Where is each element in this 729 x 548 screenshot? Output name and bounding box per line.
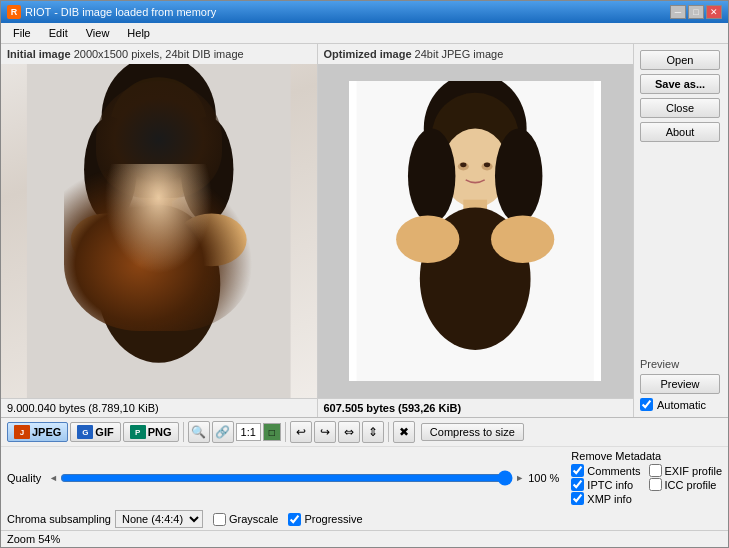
open-button[interactable]: Open [640, 50, 720, 70]
initial-file-size: 9.000.040 bytes (8.789,10 KiB) [7, 402, 159, 414]
svg-point-5 [181, 117, 234, 222]
svg-point-22 [396, 215, 459, 262]
png-format-button[interactable]: P PNG [123, 422, 179, 442]
iptc-checkbox[interactable] [571, 478, 584, 491]
svg-point-8 [71, 213, 141, 266]
progressive-label: Progressive [304, 513, 362, 525]
jpeg-icon: J [14, 425, 30, 439]
metadata-grid: Comments EXIF profile IPTC info ICC prof… [571, 464, 722, 505]
svg-point-7 [97, 205, 220, 363]
iptc-row: IPTC info [571, 478, 640, 491]
flip-v-button[interactable]: ⇕ [362, 421, 384, 443]
comments-checkbox[interactable] [571, 464, 584, 477]
xmp-row: XMP info [571, 492, 640, 505]
grayscale-label: Grayscale [229, 513, 279, 525]
menu-help[interactable]: Help [119, 25, 158, 41]
chroma-row: Chroma subsampling None (4:4:4) 2x1 (4:2… [7, 510, 203, 528]
sep1 [183, 422, 184, 442]
optimized-panel-header: Optimized image 24bit JPEG image [318, 44, 634, 64]
svg-point-19 [495, 128, 542, 223]
title-buttons: ─ □ ✕ [670, 5, 722, 19]
preview-section-label: Preview [640, 358, 722, 370]
optimized-panel-label: Optimized image [324, 48, 412, 60]
grayscale-row: Grayscale [213, 513, 279, 526]
svg-point-13 [168, 155, 175, 160]
optimized-file-size: 607.505 bytes (593,26 KiB) [324, 402, 462, 414]
about-button[interactable]: About [640, 122, 720, 142]
toolbar-row3: Chroma subsampling None (4:4:4) 2x1 (4:2… [1, 508, 728, 530]
metadata-section: Remove Metadata Comments EXIF profile IP… [571, 450, 722, 505]
iptc-label: IPTC info [587, 479, 633, 491]
optimized-panel-info: 24bit JPEG image [415, 48, 504, 60]
xmp-checkbox[interactable] [571, 492, 584, 505]
title-bar: R RIOT - DIB image loaded from memory ─ … [1, 1, 728, 23]
optimized-panel: Optimized image 24bit JPEG image [318, 44, 634, 417]
optimized-image-display [318, 64, 634, 398]
undo-button[interactable]: ↩ [290, 421, 312, 443]
app-icon: R [7, 5, 21, 19]
transform-button[interactable]: ✖ [393, 421, 415, 443]
png-label: PNG [148, 426, 172, 438]
sep2 [285, 422, 286, 442]
redo-button[interactable]: ↪ [314, 421, 336, 443]
preview-section: Preview Preview Automatic [640, 358, 722, 411]
svg-point-27 [484, 162, 490, 167]
comments-label: Comments [587, 465, 640, 477]
svg-rect-6 [146, 196, 172, 222]
exif-checkbox[interactable] [649, 464, 662, 477]
quality-increase[interactable]: ► [515, 473, 524, 483]
svg-point-1 [102, 64, 216, 178]
xmp-label: XMP info [587, 493, 631, 505]
zoom-level: 1:1 [241, 426, 256, 438]
svg-point-12 [142, 155, 149, 160]
menu-view[interactable]: View [78, 25, 118, 41]
panels-container: Initial image 2000x1500 pixels, 24bit DI… [1, 44, 633, 417]
optimized-svg [349, 81, 601, 382]
slider-container: ◄ ► [49, 471, 524, 485]
icc-checkbox[interactable] [649, 478, 662, 491]
menu-edit[interactable]: Edit [41, 25, 76, 41]
quality-value: 100 % [528, 472, 559, 484]
flip-h-button[interactable]: ⇔ [338, 421, 360, 443]
progressive-checkbox[interactable] [288, 513, 301, 526]
zoom-fit-button[interactable]: 🔍 [188, 421, 210, 443]
toolbar-row1: J JPEG G GIF P PNG 🔍 🔗 1:1 □ ↩ ↪ ⇔ ⇕ [1, 418, 728, 447]
menu-bar: File Edit View Help [1, 23, 728, 44]
quality-slider[interactable] [60, 471, 513, 485]
zoom-display: 1:1 [236, 423, 261, 441]
comments-row: Comments [571, 464, 640, 477]
svg-point-11 [166, 155, 178, 164]
compress-to-size-button[interactable]: Compress to size [421, 423, 524, 441]
automatic-checkbox[interactable] [640, 398, 653, 411]
color-box[interactable]: □ [263, 423, 281, 441]
zoom-status: Zoom 54% [7, 533, 60, 545]
optimized-image-frame [349, 81, 601, 382]
window-close-button[interactable]: ✕ [706, 5, 722, 19]
jpeg-format-button[interactable]: J JPEG [7, 422, 68, 442]
maximize-button[interactable]: □ [688, 5, 704, 19]
minimize-button[interactable]: ─ [670, 5, 686, 19]
png-icon: P [130, 425, 146, 439]
grayscale-checkbox[interactable] [213, 513, 226, 526]
quality-decrease[interactable]: ◄ [49, 473, 58, 483]
toolbar-row2: Quality ◄ ► 100 % Remove Metadata Commen… [1, 447, 728, 508]
bottom-toolbar: J JPEG G GIF P PNG 🔍 🔗 1:1 □ ↩ ↪ ⇔ ⇕ [1, 417, 728, 530]
save-as-button[interactable]: Save as... [640, 74, 720, 94]
menu-file[interactable]: File [5, 25, 39, 41]
exif-row: EXIF profile [649, 464, 722, 477]
progressive-row: Progressive [288, 513, 362, 526]
initial-panel-info: 2000x1500 pixels, 24bit DIB image [74, 48, 244, 60]
image-area: Initial image 2000x1500 pixels, 24bit DI… [1, 44, 633, 417]
close-button[interactable]: Close [640, 98, 720, 118]
automatic-label: Automatic [657, 399, 706, 411]
initial-panel-label: Initial image [7, 48, 71, 60]
app-window: R RIOT - DIB image loaded from memory ─ … [0, 0, 729, 548]
gif-format-button[interactable]: G GIF [70, 422, 120, 442]
icc-row: ICC profile [649, 478, 722, 491]
zoom-link-button[interactable]: 🔗 [212, 421, 234, 443]
chroma-select[interactable]: None (4:4:4) 2x1 (4:2:2) 2x2 (4:2:0) [115, 510, 203, 528]
svg-point-4 [84, 117, 137, 222]
initial-svg [1, 64, 317, 398]
preview-button[interactable]: Preview [640, 374, 720, 394]
quality-number: 100 [528, 472, 546, 484]
